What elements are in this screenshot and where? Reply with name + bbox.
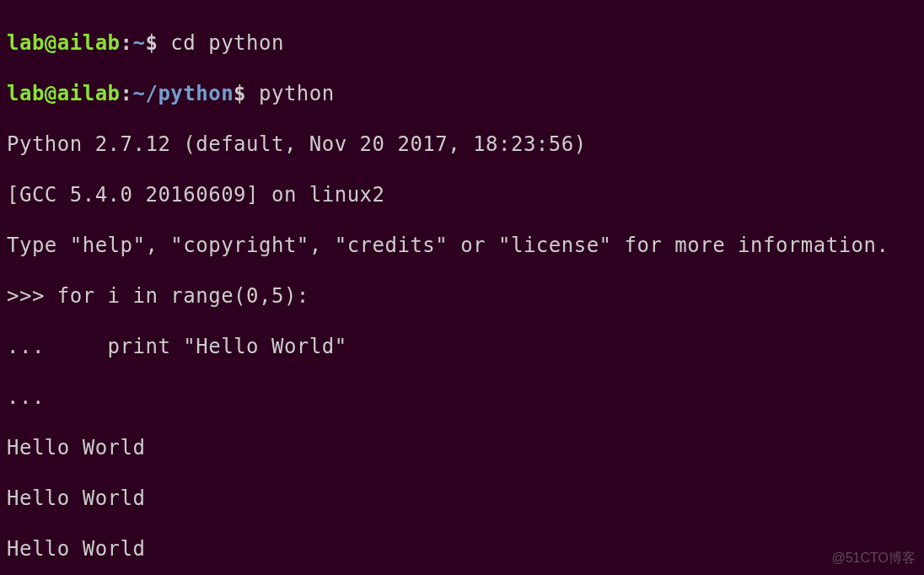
shell-command: python (259, 82, 335, 105)
prompt-user: lab@ailab (7, 82, 121, 105)
shell-command: cd python (170, 31, 284, 55)
prompt-path: /python (145, 82, 234, 105)
shell-prompt-line: lab@ailab:~$ cd python (7, 30, 917, 56)
python-banner: Type "help", "copyright", "credits" or "… (7, 233, 917, 258)
repl-output: Hello World (7, 536, 917, 562)
repl-output: Hello World (7, 435, 917, 460)
prompt-marker: $ (234, 82, 259, 105)
repl-input: ... (7, 384, 917, 410)
prompt-sep: : (121, 82, 133, 105)
prompt-path: ~ (133, 31, 146, 55)
python-banner: Python 2.7.12 (default, Nov 20 2017, 18:… (7, 132, 917, 157)
prompt-marker: $ (145, 31, 170, 55)
python-banner: [GCC 5.4.0 20160609] on linux2 (7, 182, 917, 207)
prompt-tilde: ~ (133, 82, 146, 105)
terminal-output[interactable]: lab@ailab:~$ cd python lab@ailab:~/pytho… (7, 5, 917, 575)
repl-input: ... print "Hello World" (7, 334, 917, 359)
repl-output: Hello World (7, 486, 917, 511)
watermark-text: @51CTO博客 (831, 550, 916, 567)
prompt-sep: : (121, 31, 133, 55)
shell-prompt-line: lab@ailab:~/python$ python (7, 81, 917, 106)
repl-input: >>> for i in range(0,5): (7, 283, 917, 309)
prompt-user: lab@ailab (7, 31, 121, 55)
